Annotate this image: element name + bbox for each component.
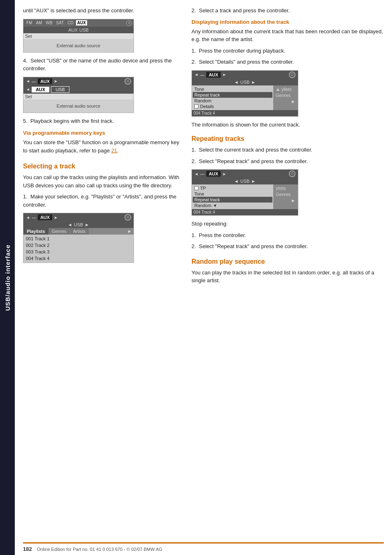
s2-usb-tab: USB <box>51 86 69 93</box>
s1-aux[interactable]: AUX <box>76 20 87 25</box>
s1-center: External audio source <box>23 39 134 52</box>
s5-tone: Tone <box>193 191 272 197</box>
right-column: 2. Select a track and press the controll… <box>191 7 384 527</box>
s5-genres: Genres <box>274 191 297 197</box>
s5-usb2: USB <box>240 179 250 184</box>
s5-tp: TP <box>193 185 272 191</box>
s4-dash: — <box>200 72 205 77</box>
stop-step2: 2. Select "Repeat track" and press the c… <box>191 242 384 251</box>
s4-right2: ► <box>251 80 256 85</box>
s4-settings[interactable]: ⚙ <box>289 71 295 78</box>
s3-usb: ◄ USB ► <box>23 221 134 228</box>
s3-t1: 001 Track 1 <box>24 235 133 242</box>
s5-ylists: ylists <box>274 185 297 191</box>
s4-random: Random <box>193 98 272 104</box>
s2-second: ◄ AUX USB <box>23 85 134 94</box>
page-layout: until "AUX" is selected and press the co… <box>15 0 392 534</box>
repeat-heading: Repeating tracks <box>191 135 384 143</box>
s4-left2: ◄ <box>234 80 239 85</box>
s5-usb: ◄ USB ► <box>192 178 298 184</box>
s3-playlists[interactable]: Playlists <box>23 228 48 235</box>
s5-aux: AUX <box>206 171 221 177</box>
s1-tabs: FM AM WB SAT CD AUX ⚙ <box>23 19 134 27</box>
s1-am[interactable]: AM <box>35 20 43 25</box>
s1-sat[interactable]: SAT <box>55 20 65 25</box>
s3-genres[interactable]: Genres <box>48 228 70 235</box>
intro-text-l: until "AUX" is selected and press the co… <box>23 7 183 15</box>
s1-settings[interactable]: ⚙ <box>126 20 132 26</box>
s2-settings[interactable]: ⚙ <box>125 78 131 85</box>
select-body: You can call up the tracks using the pla… <box>23 173 183 189</box>
display-step1: 1. Press the controller during playback. <box>191 47 384 55</box>
s5-menu: TP Tone Repeat track Random ▼ <box>192 184 273 209</box>
s1-fm[interactable]: FM <box>25 20 33 25</box>
random-heading: Random play sequence <box>191 258 384 265</box>
s3-right: ► <box>54 215 58 220</box>
s4-top: ◄ — AUX ► ⚙ <box>192 71 298 79</box>
s5-random: Random ▼ <box>193 203 272 208</box>
page21[interactable]: 21 <box>111 147 117 154</box>
display-heading: Displaying information about the track <box>191 19 384 25</box>
s4-details: Details <box>193 104 272 109</box>
screenshot3-l: ◄ — AUX ► ⚙ ◄ USB ► Playlists Genres Art… <box>23 213 134 263</box>
s3-right2: ► <box>85 222 89 227</box>
s1-set: Set <box>23 33 134 39</box>
s1-aux-2: AUX <box>68 28 78 32</box>
s3-left2: ◄ <box>68 222 72 227</box>
s3-settings[interactable]: ⚙ <box>125 214 131 221</box>
s2-right: ► <box>54 79 58 83</box>
s5-right-tabs: ylists Genres ► <box>273 184 298 209</box>
s4-ylists: ▲ ylists <box>274 86 297 92</box>
s5-right: ► <box>222 172 226 176</box>
footer-copyright: Online Edition for Part no. 01 41 0 013 … <box>37 547 162 552</box>
s3-t3: 003 Track 3 <box>24 249 133 255</box>
s4-aux: AUX <box>206 72 221 78</box>
s4-menu: Tone Repeat track Random Details <box>192 85 273 110</box>
s1-second: AUX USB <box>23 27 134 33</box>
s1-usb: USB <box>79 28 89 32</box>
s5-arr: ► <box>289 198 297 203</box>
s3-artists[interactable]: Artists <box>70 228 89 235</box>
s5-right2: ► <box>251 179 256 184</box>
display-body: Any information about the current track … <box>191 28 384 44</box>
s3-tab-bar: Playlists Genres Artists ► <box>23 228 134 235</box>
s2-aux-tab: AUX <box>32 87 49 92</box>
select-heading: Selecting a track <box>23 163 183 170</box>
s2-set: Set <box>23 94 134 99</box>
display-caption: The information is shown for the current… <box>191 121 384 129</box>
s5-body: TP Tone Repeat track Random ▼ ylists Gen… <box>192 184 298 209</box>
s4-repeat: Repeat track <box>193 92 272 98</box>
s3-t4: 004 Track 4 <box>24 255 133 262</box>
step5-l: 5. Playback begins with the first track. <box>23 117 183 125</box>
s5-settings[interactable]: ⚙ <box>289 170 295 177</box>
s5-dash: — <box>200 171 205 176</box>
stop-step1: 1. Press the controller. <box>191 231 384 240</box>
s5-repeat: Repeat track <box>193 197 272 203</box>
right-step2: 2. Select a track and press the controll… <box>191 7 384 15</box>
s4-arr: ► <box>289 99 297 104</box>
s3-left: ◄ <box>26 215 30 220</box>
s1-cd[interactable]: CD <box>66 20 74 25</box>
left-column: until "AUX" is selected and press the co… <box>23 7 183 527</box>
s3-usb2: USB <box>74 222 83 227</box>
via-prog-heading: Via programmable memory keys <box>23 130 183 136</box>
s1-wb[interactable]: WB <box>44 20 53 25</box>
s2-aux: AUX <box>38 78 52 84</box>
repeat-step1: 1. Select the current track and press th… <box>191 146 384 154</box>
s3-t2: 002 Track 2 <box>24 242 133 249</box>
page-number: 182 <box>23 546 32 552</box>
s3-top: ◄ — AUX ► ⚙ <box>23 213 134 221</box>
s4-right: ► <box>222 72 226 77</box>
s2-top: ◄ — AUX ► ⚙ <box>23 77 134 85</box>
s2-dash: — <box>32 79 36 84</box>
s2-left2: ◄ <box>26 87 30 92</box>
step4-l: 4. Select "USB" or the name of the audio… <box>23 57 183 73</box>
repeat-step2: 2. Select "Repeat track" and press the c… <box>191 157 384 166</box>
screenshot1-l: FM AM WB SAT CD AUX ⚙ AUX USB Set Extern… <box>23 19 134 53</box>
s4-usb: ◄ USB ► <box>192 79 298 85</box>
s4-bottom: 004 Track 4 <box>192 110 298 116</box>
select-step1: 1. Make your selection, e.g. "Playlists"… <box>23 193 183 209</box>
s3-tracks: 001 Track 1 002 Track 2 003 Track 3 004 … <box>23 235 134 263</box>
s3-aux: AUX <box>38 214 52 220</box>
s5-left: ◄ <box>194 172 198 176</box>
